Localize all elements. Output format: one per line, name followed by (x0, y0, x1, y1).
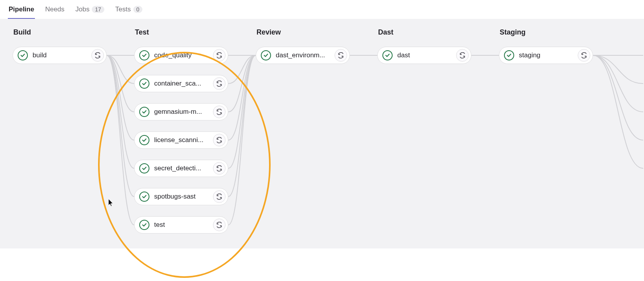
pipeline-area: BuildbuildTestcode_qualitycontainer_sca.… (0, 19, 644, 248)
job-pill[interactable]: container_sca... (134, 75, 228, 92)
job-name: gemnasium-m... (154, 108, 213, 116)
job-pill[interactable]: code_quality (134, 47, 228, 64)
job-name: dast_environm... (276, 51, 335, 59)
stage-dast: Dastdast (377, 28, 471, 234)
job-name: code_quality (154, 51, 213, 59)
retry-button[interactable] (213, 162, 226, 175)
stage-title: Build (13, 28, 107, 36)
retry-button[interactable] (335, 49, 347, 62)
status-passed-icon (139, 192, 149, 202)
jobs-list: dast (377, 47, 471, 64)
job-pill[interactable]: staging (499, 47, 593, 64)
job-name: secret_detecti... (154, 164, 213, 172)
job-pill[interactable]: license_scanni... (134, 131, 228, 149)
retry-button[interactable] (213, 134, 226, 146)
tab-label: Tests (115, 5, 131, 13)
retry-button[interactable] (213, 49, 226, 62)
tab-label: Jobs (75, 5, 89, 13)
retry-button[interactable] (213, 190, 226, 203)
tab-label: Pipeline (9, 5, 34, 13)
stages-container: BuildbuildTestcode_qualitycontainer_sca.… (13, 28, 633, 234)
job-name: staging (519, 51, 578, 59)
stage-title: Review (256, 28, 350, 36)
retry-button[interactable] (213, 106, 226, 118)
status-passed-icon (261, 50, 271, 60)
status-passed-icon (18, 50, 28, 60)
tab-bar: PipelineNeedsJobs17Tests0 (0, 0, 644, 19)
status-passed-icon (139, 135, 149, 145)
job-pill[interactable]: secret_detecti... (134, 160, 228, 177)
job-pill[interactable]: test (134, 216, 228, 234)
job-name: dast (397, 51, 456, 59)
status-passed-icon (139, 107, 149, 117)
jobs-list: code_qualitycontainer_sca...gemnasium-m.… (134, 47, 228, 234)
status-passed-icon (139, 50, 149, 60)
status-passed-icon (139, 163, 149, 173)
jobs-list: build (13, 47, 107, 64)
status-passed-icon (382, 50, 393, 60)
tab-badge: 17 (92, 6, 104, 13)
job-name: test (154, 221, 213, 229)
stage-title: Dast (377, 28, 471, 36)
job-pill[interactable]: build (13, 47, 107, 64)
jobs-list: dast_environm... (256, 47, 350, 64)
stage-build: Buildbuild (13, 28, 107, 234)
retry-button[interactable] (213, 219, 226, 231)
retry-button[interactable] (213, 77, 226, 90)
stage-review: Reviewdast_environm... (256, 28, 350, 234)
retry-button[interactable] (456, 49, 469, 62)
tab-badge: 0 (133, 6, 143, 13)
job-pill[interactable]: dast (377, 47, 471, 64)
stage-staging: Stagingstaging (499, 28, 593, 234)
stage-title: Staging (499, 28, 593, 36)
job-name: container_sca... (154, 80, 213, 88)
status-passed-icon (139, 78, 149, 89)
status-passed-icon (504, 50, 514, 60)
tab-tests[interactable]: Tests0 (115, 0, 143, 18)
job-name: license_scanni... (154, 136, 213, 144)
retry-button[interactable] (578, 49, 590, 62)
tab-pipeline[interactable]: Pipeline (8, 0, 35, 18)
job-pill[interactable]: spotbugs-sast (134, 188, 228, 205)
job-pill[interactable]: gemnasium-m... (134, 103, 228, 120)
job-pill[interactable]: dast_environm... (256, 47, 350, 64)
stage-test: Testcode_qualitycontainer_sca...gemnasiu… (134, 28, 228, 234)
job-name: spotbugs-sast (154, 193, 213, 201)
job-name: build (33, 51, 91, 59)
tab-needs[interactable]: Needs (44, 0, 65, 18)
status-passed-icon (139, 220, 149, 230)
jobs-list: staging (499, 47, 593, 64)
tab-label: Needs (45, 5, 64, 13)
tab-jobs[interactable]: Jobs17 (75, 0, 105, 18)
stage-title: Test (134, 28, 228, 36)
retry-button[interactable] (91, 49, 104, 62)
